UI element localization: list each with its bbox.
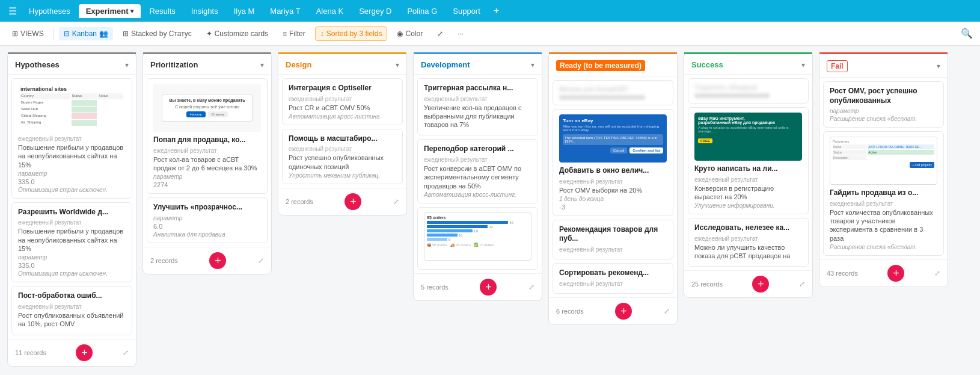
add-card-button[interactable]: + (345, 193, 361, 210)
card-tag2: Оптимизация стран исключен. (18, 270, 126, 277)
column-footer-design: 2 records + ⤢ (278, 188, 406, 215)
expand-icon[interactable]: ⤢ (123, 349, 129, 357)
chevron-down-icon[interactable]: ▾ (666, 61, 670, 70)
chevron-down-icon[interactable]: ▾ (531, 61, 534, 69)
card-metric: Можно ли улучшить качество показа для рС… (694, 243, 802, 261)
card-meta: ежедневный результат (424, 157, 531, 163)
card-metric: Увеличение кол-ва продавцов с выбранными… (424, 104, 531, 129)
card-image-popup: Вы знаете, в eBay можно продавать С наше… (153, 84, 261, 132)
share-button[interactable]: ⤢ (432, 27, 448, 40)
card-tag2: Аналитика для продавца (153, 231, 261, 238)
card-international[interactable]: international sites Country Status Activ… (11, 78, 132, 199)
card-guide[interactable]: Properties Name ANTI 12 NOIX PECORING TE… (823, 131, 944, 256)
card-meta: ежедневный результат (830, 200, 937, 207)
sorted-button[interactable]: ↕ Sorted by 3 fields (315, 26, 388, 41)
color-button[interactable]: ◉ Color (392, 27, 427, 40)
records-count: 25 records (691, 280, 723, 288)
records-count: 2 records (286, 198, 313, 205)
nav-tab-mariya[interactable]: Mariya T (263, 4, 307, 18)
card-tag2: Упростить механизм публикац. (289, 172, 396, 179)
card-num: 335.0 (18, 262, 126, 269)
expand-icon[interactable]: ⤢ (664, 307, 670, 315)
card-shorten[interactable]: Сократить обходную (688, 78, 809, 104)
share-icon: ⤢ (437, 29, 443, 38)
kanban-button[interactable]: ⊟ Kanban 👥 (59, 27, 113, 40)
chevron-down-icon[interactable]: ▾ (125, 61, 129, 69)
expand-icon[interactable]: ⤢ (799, 280, 805, 288)
nav-tab-support[interactable]: Support (446, 4, 488, 18)
toolbar-separator (54, 28, 54, 40)
card-meta: ежедневный результат (559, 246, 667, 253)
records-count: 6 records (556, 308, 584, 315)
nav-tab-insights[interactable]: Insights (184, 4, 225, 18)
nav-tab-experiment[interactable]: Experiment ▾ (79, 4, 141, 18)
stacked-button[interactable]: ⊞ Stacked by Статус (118, 27, 197, 40)
nav-tab-alena[interactable]: Alena K (309, 4, 351, 18)
card-post-processing[interactable]: Пост-обработка ошиб... ежедневный резуль… (11, 286, 132, 335)
card-scaling[interactable]: Помощь в масштабиро... ежедневный резуль… (282, 129, 403, 184)
stack-icon: ⊞ (123, 29, 129, 38)
card-tag: параметр (18, 170, 126, 177)
views-button[interactable]: ⊞ VIEWS (7, 27, 49, 40)
expand-icon[interactable]: ⤢ (258, 256, 264, 265)
column-header-design: Design ▾ (278, 52, 406, 75)
card-category[interactable]: Переподбор категорий ... ежедневный резу… (417, 139, 538, 203)
add-card-button[interactable]: + (615, 303, 632, 320)
customize-icon: ✦ (206, 29, 212, 38)
card-research[interactable]: Исследовать, нелезее ка... ежедневный ре… (688, 218, 809, 267)
color-icon: ◉ (397, 29, 403, 38)
add-tab-button[interactable]: + (489, 3, 504, 19)
card-recommendation[interactable]: Рекомендация товаров для пуб... ежедневн… (553, 220, 673, 259)
card-metric: Рост CR и аСВТ OMV 50% (289, 104, 396, 112)
expand-icon[interactable]: ⤢ (934, 269, 940, 277)
more-button[interactable]: ··· (453, 27, 468, 40)
nav-tab-polina[interactable]: Polina G (400, 4, 444, 18)
nav-tab-hypotheses[interactable]: Hypotheses (22, 4, 78, 18)
kanban-board: Hypotheses ▾ international sites Country… (0, 46, 980, 375)
expand-icon[interactable]: ⤢ (528, 283, 534, 291)
card-tag2: Оптимизация стран исключен. (18, 187, 126, 193)
expand-icon[interactable]: ⤢ (393, 197, 399, 206)
nav-tab-ilya[interactable]: Ilya M (227, 4, 262, 18)
card-meta: ежедневный результат (153, 147, 261, 154)
card-image-ebay: Turn on eBay After you turn this on, you… (559, 114, 667, 163)
search-button[interactable]: 🔍 (961, 28, 973, 39)
card-image-orders: 95 orders 45 32 18 10 8 📦 50 orders · 🚚 … (424, 212, 531, 261)
card-trigger-mailing[interactable]: Триггерная рассылка н... ежедневный резу… (417, 78, 538, 135)
chevron-down-icon[interactable]: ▾ (801, 61, 805, 69)
card-tag: параметр (153, 173, 261, 180)
chevron-down-icon[interactable]: ▾ (260, 61, 264, 69)
add-card-button[interactable]: + (752, 276, 769, 293)
card-transparency[interactable]: Улучшить «прозрачнос... параметр 6.0 Ана… (147, 197, 268, 243)
card-orders[interactable]: 95 orders 45 32 18 10 8 📦 50 orders · 🚚 … (417, 207, 538, 270)
column-footer-fail: 43 records + ⤢ (819, 259, 948, 287)
card-ebay[interactable]: Turn on eBay After you turn this on, you… (553, 109, 673, 216)
card-title: Помощь в масштабиро... (289, 134, 396, 144)
chevron-down-icon[interactable]: ▾ (396, 61, 399, 69)
card-optiseller[interactable]: Интеграция с Optiseller ежедневный резул… (282, 78, 403, 125)
card-sort-recommend[interactable]: Сортировать рекоменд... ежедневный резул… (553, 263, 673, 294)
add-card-button[interactable]: + (76, 344, 93, 361)
card-actual-obt[interactable]: Метрик для ActualOBT (553, 80, 673, 105)
filter-button[interactable]: ≡ Filter (278, 27, 310, 40)
column-body-success: Сократить обходную eBay MaG инструмент,р… (684, 75, 812, 270)
column-header-hypotheses: Hypotheses ▾ (8, 52, 136, 75)
hamburger-menu[interactable]: ☰ (5, 3, 20, 19)
nav-tab-sergey[interactable]: Sergey D (352, 4, 399, 18)
customize-cards-button[interactable]: ✦ Customize cards (201, 27, 273, 40)
card-blurred-title: Метрик для ActualOBT (559, 85, 667, 93)
column-title-prioritization: Prioritization (150, 60, 198, 69)
column-design: Design ▾ Интеграция с Optiseller ежеднев… (278, 52, 407, 215)
card-ebay-tool[interactable]: eBay MaG инструмент,разработанный eBay д… (688, 107, 809, 214)
nav-tab-results[interactable]: Results (142, 4, 182, 18)
chevron-down-icon[interactable]: ▾ (937, 62, 940, 70)
card-title: Попап для продавца, ко... (153, 135, 261, 145)
card-title: Добавить в окно велич... (559, 166, 667, 176)
card-worldwide[interactable]: Разрешить Worldwide д... ежедневный резу… (11, 202, 132, 282)
add-card-button[interactable]: + (887, 265, 904, 282)
card-omv-growth[interactable]: Рост OMV, рост успешно опубликованных па… (823, 81, 944, 128)
add-card-button[interactable]: + (209, 252, 226, 269)
card-meta: ежедневный результат (18, 219, 126, 226)
add-card-button[interactable]: + (480, 279, 497, 296)
card-popup[interactable]: Вы знаете, в eBay можно продавать С наше… (147, 78, 268, 194)
